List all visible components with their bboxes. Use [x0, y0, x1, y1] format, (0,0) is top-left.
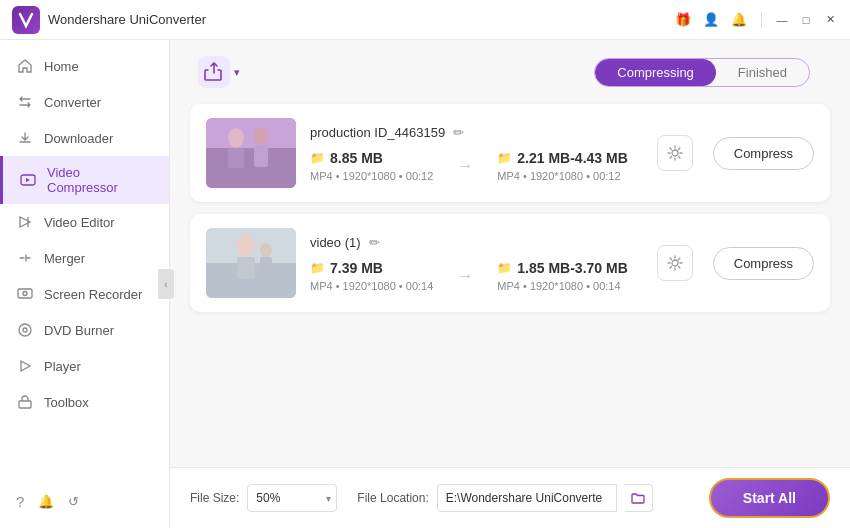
sidebar-item-dvd-burner[interactable]: DVD Burner — [0, 312, 169, 348]
minimize-button[interactable]: — — [774, 12, 790, 28]
file-card-2: video (1) ✏ 📁 7.39 MB MP4 • 1920*1080 • … — [190, 214, 830, 312]
refresh-icon[interactable]: ↺ — [68, 494, 79, 509]
content-area: ▾ Compressing Finished — [170, 40, 850, 528]
file-card-1: production ID_4463159 ✏ 📁 8.85 MB MP4 • … — [190, 104, 830, 202]
bell-icon[interactable]: 🔔 — [729, 10, 749, 30]
file-location-field: File Location: — [357, 484, 652, 512]
sidebar-item-merger[interactable]: Merger — [0, 240, 169, 276]
svg-point-8 — [228, 128, 244, 148]
file-size-select[interactable]: 50% 25% 75% Custom — [247, 484, 337, 512]
source-meta-2: MP4 • 1920*1080 • 00:14 — [310, 280, 433, 292]
app-title: Wondershare UniConverter — [48, 12, 673, 27]
sidebar-item-converter[interactable]: Converter — [0, 84, 169, 120]
sidebar-label-video-compressor: Video Compressor — [47, 165, 153, 195]
file-name-2: video (1) — [310, 235, 361, 250]
svg-point-15 — [237, 235, 255, 257]
sidebar-label-converter: Converter — [44, 95, 101, 110]
edit-icon-1[interactable]: ✏ — [453, 125, 464, 140]
add-files-icon — [198, 56, 230, 88]
svg-rect-5 — [19, 401, 31, 408]
file-target-1: 📁 2.21 MB-4.43 MB MP4 • 1920*1080 • 00:1… — [497, 150, 627, 182]
svg-rect-11 — [254, 145, 268, 167]
file-target-2: 📁 1.85 MB-3.70 MB MP4 • 1920*1080 • 00:1… — [497, 260, 627, 292]
svg-point-16 — [260, 243, 272, 257]
sidebar-collapse-button[interactable]: ‹ — [158, 269, 174, 299]
svg-point-19 — [672, 260, 678, 266]
file-details-1: 📁 8.85 MB MP4 • 1920*1080 • 00:12 → 📁 2.… — [310, 150, 643, 182]
sidebar-item-toolbox[interactable]: Toolbox — [0, 384, 169, 420]
compress-button-1[interactable]: Compress — [713, 137, 814, 170]
sidebar-item-screen-recorder[interactable]: Screen Recorder — [0, 276, 169, 312]
svg-rect-18 — [260, 257, 272, 277]
close-button[interactable]: ✕ — [822, 12, 838, 28]
file-size-select-wrapper: 50% 25% 75% Custom ▾ — [247, 484, 337, 512]
gift-icon[interactable]: 🎁 — [673, 10, 693, 30]
add-files-button[interactable]: ▾ — [190, 52, 248, 92]
location-folder-button[interactable] — [625, 484, 653, 512]
file-location-label: File Location: — [357, 491, 428, 505]
file-size-field: File Size: 50% 25% 75% Custom ▾ — [190, 484, 337, 512]
sidebar-item-player[interactable]: Player — [0, 348, 169, 384]
file-source-2: 📁 7.39 MB MP4 • 1920*1080 • 00:14 — [310, 260, 433, 292]
user-icon[interactable]: 👤 — [701, 10, 721, 30]
sidebar-label-screen-recorder: Screen Recorder — [44, 287, 142, 302]
tab-group: Compressing Finished — [594, 58, 810, 87]
svg-point-4 — [23, 328, 27, 332]
svg-point-12 — [672, 150, 678, 156]
settings-button-1[interactable] — [657, 135, 693, 171]
help-icon[interactable]: ? — [16, 493, 24, 510]
maximize-button[interactable]: □ — [798, 12, 814, 28]
sidebar-label-video-editor: Video Editor — [44, 215, 115, 230]
tab-compressing[interactable]: Compressing — [595, 59, 716, 86]
downloader-icon — [16, 129, 34, 147]
sidebar: Home Converter Downloader Video Compress… — [0, 40, 170, 528]
file-list: production ID_4463159 ✏ 📁 8.85 MB MP4 • … — [170, 92, 850, 467]
file-thumbnail-2 — [206, 228, 296, 298]
sidebar-label-home: Home — [44, 59, 79, 74]
file-info-2: video (1) ✏ 📁 7.39 MB MP4 • 1920*1080 • … — [310, 235, 643, 292]
svg-rect-7 — [206, 148, 296, 188]
file-size-label: File Size: — [190, 491, 239, 505]
add-dropdown-arrow: ▾ — [234, 66, 240, 79]
sidebar-label-toolbox: Toolbox — [44, 395, 89, 410]
sidebar-item-video-compressor[interactable]: Video Compressor — [0, 156, 169, 204]
target-size-1: 📁 2.21 MB-4.43 MB — [497, 150, 627, 166]
edit-icon-2[interactable]: ✏ — [369, 235, 380, 250]
target-size-2: 📁 1.85 MB-3.70 MB — [497, 260, 627, 276]
svg-point-9 — [254, 127, 268, 145]
main-layout: Home Converter Downloader Video Compress… — [0, 40, 850, 528]
bottom-bar: File Size: 50% 25% 75% Custom ▾ File Loc… — [170, 467, 850, 528]
file-info-1: production ID_4463159 ✏ 📁 8.85 MB MP4 • … — [310, 125, 643, 182]
svg-point-3 — [19, 324, 31, 336]
svg-rect-1 — [18, 289, 32, 298]
svg-rect-17 — [237, 257, 255, 279]
arrow-icon-2: → — [453, 267, 477, 285]
content-header: ▾ Compressing Finished — [170, 40, 850, 92]
settings-button-2[interactable] — [657, 245, 693, 281]
file-location-input[interactable] — [437, 484, 617, 512]
target-meta-1: MP4 • 1920*1080 • 00:12 — [497, 170, 627, 182]
bell-footer-icon[interactable]: 🔔 — [38, 494, 54, 509]
file-source-1: 📁 8.85 MB MP4 • 1920*1080 • 00:12 — [310, 150, 433, 182]
source-size-1: 📁 8.85 MB — [310, 150, 433, 166]
sidebar-label-player: Player — [44, 359, 81, 374]
toolbox-icon — [16, 393, 34, 411]
source-size-2: 📁 7.39 MB — [310, 260, 433, 276]
file-thumbnail-1 — [206, 118, 296, 188]
sidebar-item-home[interactable]: Home — [0, 48, 169, 84]
folder-icon-target-2: 📁 — [497, 261, 512, 275]
player-icon — [16, 357, 34, 375]
tab-finished[interactable]: Finished — [716, 59, 809, 86]
sidebar-item-video-editor[interactable]: Video Editor — [0, 204, 169, 240]
file-details-2: 📁 7.39 MB MP4 • 1920*1080 • 00:14 → 📁 1.… — [310, 260, 643, 292]
sidebar-footer: ? 🔔 ↺ — [0, 483, 169, 520]
file-name-row-2: video (1) ✏ — [310, 235, 643, 250]
sidebar-item-downloader[interactable]: Downloader — [0, 120, 169, 156]
start-all-button[interactable]: Start All — [709, 478, 830, 518]
sidebar-label-dvd-burner: DVD Burner — [44, 323, 114, 338]
dvd-burner-icon — [16, 321, 34, 339]
home-icon — [16, 57, 34, 75]
arrow-icon-1: → — [453, 157, 477, 175]
video-compressor-icon — [19, 171, 37, 189]
compress-button-2[interactable]: Compress — [713, 247, 814, 280]
